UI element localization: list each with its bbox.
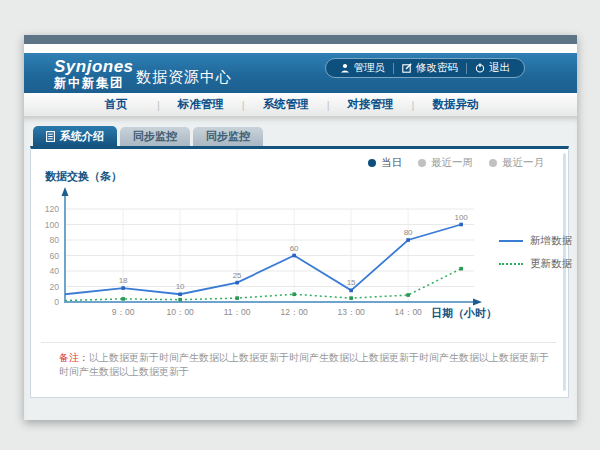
tab-label: 系统介绍 — [60, 129, 104, 144]
data-point — [178, 298, 182, 302]
legend-item-new-data[interactable]: 新增数据 — [499, 234, 572, 248]
radio-label: 最近一周 — [431, 156, 473, 170]
main-nav: 首页 | 标准管理 | 系统管理 | 对接管理 | 数据异动 — [24, 93, 577, 117]
y-axis-arrow-icon — [62, 187, 69, 196]
x-tick-label: 11：00 — [224, 307, 251, 317]
user-icon — [340, 63, 350, 73]
tab-system-intro[interactable]: 系统介绍 — [33, 126, 117, 146]
nav-item-data-change[interactable]: 数据异动 — [418, 97, 492, 112]
data-point — [349, 289, 353, 293]
y-tick-label: 60 — [50, 251, 60, 261]
data-point — [121, 286, 125, 290]
solid-line-icon — [499, 240, 523, 242]
legend-label: 更新数据 — [530, 257, 572, 271]
x-tick-label: 10：00 — [166, 307, 194, 317]
point-label: 60 — [290, 244, 299, 253]
footnote-text: 以上数据更新于时间产生数据以上数据更新于时间产生数据以上数据更新于时间产生数据以… — [59, 352, 549, 377]
y-tick-label: 80 — [50, 235, 60, 245]
change-password-button[interactable]: 修改密码 — [394, 61, 466, 75]
radio-dot-icon — [489, 159, 497, 167]
window-top-gap — [24, 44, 577, 53]
page-title: 数据资源中心 — [136, 68, 232, 87]
app-header: Synjones 新中新集团 数据资源中心 管理员 修改密码 — [24, 53, 577, 93]
tab-sync-monitor-2[interactable]: 同步监控 — [193, 127, 263, 146]
nav-divider: | — [327, 99, 330, 111]
point-label: 18 — [119, 276, 128, 285]
content-area: 系统介绍 同步监控 同步监控 当日 — [24, 117, 577, 420]
radio-dot-icon — [418, 159, 426, 167]
y-tick-label: 20 — [50, 282, 60, 292]
data-point — [406, 293, 410, 297]
chart-legend: 新增数据 更新数据 — [499, 234, 572, 271]
radio-last-week[interactable]: 最近一周 — [418, 156, 473, 170]
footnote-prefix: 备注： — [59, 352, 89, 363]
x-tick-label: 14：00 — [394, 307, 422, 317]
data-point — [292, 292, 296, 296]
nav-divider: | — [412, 99, 415, 111]
radio-today[interactable]: 当日 — [368, 156, 402, 170]
radio-last-month[interactable]: 最近一月 — [489, 156, 544, 170]
data-point — [406, 238, 410, 242]
logo-brand-text: Synjones — [54, 58, 134, 75]
user-menu: 管理员 修改密码 退出 — [325, 58, 526, 78]
tab-sync-monitor-1[interactable]: 同步监控 — [120, 127, 190, 146]
panel-scrollbar[interactable] — [563, 153, 566, 391]
tab-bar: 系统介绍 同步监控 同步监控 — [33, 126, 263, 146]
chart-panel: 当日 最近一周 最近一月 数据交换（条） 0204060801001209：00… — [30, 146, 569, 398]
logout-button[interactable]: 退出 — [467, 61, 518, 75]
data-point — [178, 292, 182, 296]
point-label: 80 — [404, 228, 413, 237]
x-axis-title: 日期（小时） — [431, 306, 497, 321]
admin-user-label: 管理员 — [354, 61, 386, 75]
y-tick-label: 0 — [54, 297, 59, 307]
change-password-label: 修改密码 — [416, 61, 458, 75]
logo-company-name: 新中新集团 — [54, 77, 134, 90]
company-logo: Synjones 新中新集团 — [54, 58, 134, 90]
data-point — [459, 223, 463, 227]
tab-label: 同步监控 — [206, 129, 250, 144]
nav-divider: | — [242, 99, 245, 111]
x-axis-arrow-icon — [473, 299, 482, 306]
y-tick-label: 40 — [50, 266, 60, 276]
y-tick-label: 120 — [45, 204, 59, 214]
tab-label: 同步监控 — [133, 129, 177, 144]
point-label: 15 — [347, 278, 356, 287]
y-tick-label: 100 — [45, 220, 59, 230]
panel-divider — [41, 342, 556, 343]
point-label: 100 — [454, 213, 468, 222]
data-point — [349, 296, 353, 300]
data-point — [235, 296, 239, 300]
x-tick-label: 9：00 — [112, 307, 135, 317]
page-background: Synjones 新中新集团 数据资源中心 管理员 修改密码 — [0, 0, 600, 450]
x-tick-label: 13：00 — [337, 307, 365, 317]
dotted-line-icon — [499, 263, 523, 265]
legend-item-update-data[interactable]: 更新数据 — [499, 257, 572, 271]
edit-icon — [402, 63, 412, 73]
nav-item-standard-mgmt[interactable]: 标准管理 — [164, 97, 238, 112]
window-top-strip — [24, 35, 577, 44]
x-tick-label: 12：00 — [280, 307, 308, 317]
nav-divider: | — [157, 99, 160, 111]
logout-label: 退出 — [489, 61, 510, 75]
nav-item-interface-mgmt[interactable]: 对接管理 — [334, 97, 408, 112]
power-icon — [475, 63, 485, 73]
radio-label: 最近一月 — [502, 156, 544, 170]
radio-dot-icon — [368, 159, 376, 167]
point-label: 25 — [233, 271, 242, 280]
data-point — [121, 297, 125, 301]
radio-label: 当日 — [381, 156, 402, 170]
data-point — [292, 254, 296, 258]
data-point — [235, 281, 239, 285]
nav-item-system-mgmt[interactable]: 系统管理 — [249, 97, 323, 112]
legend-label: 新增数据 — [530, 234, 572, 248]
point-label: 10 — [176, 282, 185, 291]
nav-item-home[interactable]: 首页 — [79, 97, 153, 112]
app-window: Synjones 新中新集团 数据资源中心 管理员 修改密码 — [24, 35, 577, 420]
footnote: 备注：以上数据更新于时间产生数据以上数据更新于时间产生数据以上数据更新于时间产生… — [59, 351, 549, 379]
admin-user-button[interactable]: 管理员 — [332, 61, 394, 75]
data-point — [459, 267, 463, 271]
time-range-filter: 当日 最近一周 最近一月 — [368, 156, 544, 170]
document-icon — [46, 131, 55, 142]
